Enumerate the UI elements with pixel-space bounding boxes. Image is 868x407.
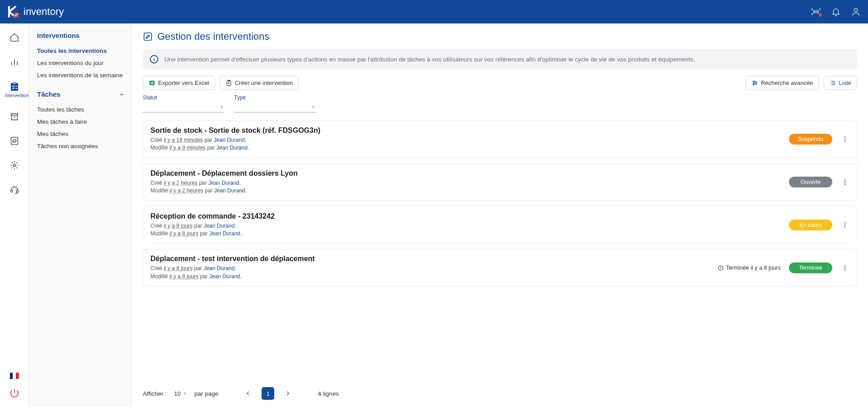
sidenav-item-week[interactable]: Les interventions de la semaine — [37, 69, 124, 81]
card-modified: Modifié il y a 8 jours par Jean Durand. — [150, 273, 718, 281]
card-title: Déplacement - Déplacement dossiers Lyon — [150, 169, 789, 178]
user-link[interactable]: Jean Durand — [209, 273, 240, 280]
card-created: Créé il y a 18 minutes par Jean Durand. — [150, 136, 789, 144]
user-link[interactable]: Jean Durand — [203, 223, 235, 229]
caret-down-icon — [183, 391, 187, 396]
svg-point-19 — [845, 182, 845, 182]
sidenav-item-all-tasks[interactable]: Toutes les tâches — [37, 103, 124, 116]
rail-active-label: Interventions — [5, 93, 23, 98]
intervention-card[interactable]: Déplacement - Déplacement dossiers Lyon … — [143, 164, 857, 201]
locale-flag-fr[interactable] — [10, 373, 19, 379]
sidenav-item-all-interventions[interactable]: Toutes les interventions — [37, 45, 124, 57]
view-list-button[interactable]: Liste — [824, 76, 857, 90]
page-next[interactable] — [282, 387, 294, 400]
user-link[interactable]: Jean Durand — [214, 187, 245, 194]
per-page-select[interactable]: 10 — [174, 390, 187, 397]
more-menu-button[interactable] — [840, 177, 849, 187]
rail-support[interactable] — [5, 184, 23, 196]
brand-name: inventory — [23, 6, 64, 18]
dots-vertical-icon — [841, 178, 849, 186]
rail-sync[interactable] — [5, 135, 23, 147]
user-link[interactable]: Jean Durand — [209, 230, 240, 237]
view-label: Liste — [839, 80, 851, 86]
user-link[interactable]: Jean Durand — [216, 145, 248, 151]
done-info: Terminée il y a 8 jours — [718, 265, 781, 271]
filter-status-label: Statut — [143, 94, 224, 101]
dots-vertical-icon — [841, 264, 849, 271]
more-menu-button[interactable] — [840, 220, 849, 230]
svg-point-25 — [845, 265, 845, 266]
per-page-value: 10 — [174, 390, 181, 397]
page-prev[interactable] — [242, 387, 254, 400]
rail-logout[interactable] — [5, 387, 23, 399]
status-badge: Terminée — [789, 262, 832, 273]
brand-logo: inventory — [7, 5, 64, 19]
app-header: inventory — [0, 0, 868, 23]
create-label: Créer une intervention — [235, 80, 293, 86]
svg-point-12 — [753, 81, 755, 82]
sidenav-sec2-title[interactable]: Tâches — [37, 90, 124, 98]
export-excel-button[interactable]: Exporter vers Excel — [143, 76, 215, 90]
pager-total: 4 lignes — [318, 390, 339, 397]
clock-icon — [718, 265, 724, 271]
intervention-card[interactable]: Sortie de stock - Sortie de stock (réf. … — [143, 121, 857, 158]
rail-stats[interactable] — [5, 56, 23, 68]
pagination: Afficher : 10 par page 1 4 lignes — [143, 378, 857, 400]
sidenav-item-my-tasks[interactable]: Mes tâches — [37, 128, 124, 140]
intervention-card[interactable]: Déplacement - test intervention de dépla… — [143, 249, 857, 286]
rail-settings[interactable] — [5, 159, 23, 171]
card-modified: Modifié il y a 8 jours par Jean Durand. — [150, 230, 789, 238]
clipboard-plus-icon — [225, 80, 232, 86]
sidenav-item-my-todo[interactable]: Mes tâches à faire — [37, 116, 124, 128]
dots-vertical-icon — [841, 136, 849, 143]
barcode-dot — [819, 14, 822, 17]
intervention-list: Sortie de stock - Sortie de stock (réf. … — [143, 121, 857, 292]
rail-home[interactable] — [5, 32, 23, 43]
status-badge: Suspendu — [789, 134, 832, 145]
user-icon[interactable] — [851, 7, 861, 17]
user-link[interactable]: Jean Durand — [203, 265, 235, 271]
svg-point-18 — [845, 179, 845, 180]
svg-point-16 — [845, 139, 845, 140]
rail-interventions[interactable]: Interventions — [5, 80, 23, 98]
info-banner-text: Une intervention permet d'effectuer plus… — [164, 56, 695, 63]
advanced-search-button[interactable]: Recherche avancée — [746, 76, 819, 90]
sidenav-item-unassigned[interactable]: Tâches non assignées — [37, 140, 124, 152]
svg-point-21 — [845, 222, 845, 223]
card-created: Créé il y a 2 heures par Jean Durand. — [150, 179, 789, 187]
toolbar: Exporter vers Excel Créer une interventi… — [143, 76, 857, 90]
svg-point-27 — [845, 269, 845, 270]
bell-icon[interactable] — [831, 7, 841, 17]
filter-status-select[interactable] — [143, 102, 224, 112]
svg-rect-5 — [10, 190, 12, 192]
pager-afficher: Afficher : — [143, 390, 167, 397]
svg-point-13 — [755, 82, 757, 84]
sidenav-sec2-label: Tâches — [37, 90, 61, 98]
info-icon — [149, 54, 159, 64]
card-title: Réception de commande - 23143242 — [150, 212, 789, 220]
sidenav-item-today[interactable]: Les interventions du jour — [37, 57, 124, 69]
card-created: Créé il y a 8 jours par Jean Durand. — [150, 265, 718, 272]
advanced-label: Recherche avancée — [761, 80, 813, 86]
more-menu-button[interactable] — [840, 134, 849, 145]
rail-archive[interactable] — [5, 111, 23, 122]
filter-type-select[interactable] — [234, 102, 315, 112]
barcode-icon[interactable] — [811, 7, 821, 17]
user-link[interactable]: Jean Durand — [214, 137, 245, 143]
more-menu-button[interactable] — [840, 262, 849, 273]
svg-rect-3 — [11, 137, 18, 145]
page-1[interactable]: 1 — [262, 387, 274, 400]
svg-point-23 — [845, 226, 845, 227]
intervention-card[interactable]: Réception de commande - 23143242 Créé il… — [143, 206, 857, 244]
card-modified: Modifié il y a 9 minutes par Jean Durand… — [150, 144, 789, 152]
user-link[interactable]: Jean Durand — [208, 180, 239, 186]
dots-vertical-icon — [841, 221, 849, 229]
sliders-icon — [751, 80, 758, 86]
info-banner: Une intervention permet d'effectuer plus… — [143, 49, 857, 70]
create-intervention-button[interactable]: Créer une intervention — [220, 76, 299, 90]
svg-rect-7 — [144, 33, 152, 41]
per-page-label: par page — [194, 390, 218, 397]
card-modified: Modifié il y a 2 heures par Jean Durand. — [150, 187, 789, 195]
logo-badge-icon — [7, 5, 21, 19]
chevron-down-icon — [119, 92, 124, 97]
